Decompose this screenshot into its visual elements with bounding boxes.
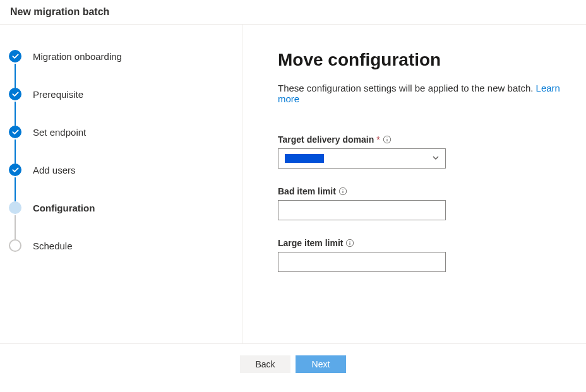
info-icon[interactable] xyxy=(345,239,354,247)
field-bad-item-limit: Bad item limit xyxy=(278,186,573,220)
step-list: Migration onboarding Prerequisite Set en… xyxy=(9,50,232,252)
bad-item-limit-input[interactable] xyxy=(278,200,446,220)
bad-item-limit-label: Bad item limit xyxy=(278,186,573,196)
current-step-icon xyxy=(9,201,21,214)
header: New migration batch xyxy=(0,0,586,25)
check-icon xyxy=(9,163,21,176)
step-label: Set endpoint xyxy=(33,127,86,138)
step-schedule[interactable]: Schedule xyxy=(9,239,232,252)
main-heading: Move configuration xyxy=(278,50,573,70)
step-migration-onboarding[interactable]: Migration onboarding xyxy=(9,50,232,88)
next-button[interactable]: Next xyxy=(296,355,346,373)
sidebar: Migration onboarding Prerequisite Set en… xyxy=(0,25,242,343)
back-button[interactable]: Back xyxy=(240,355,290,373)
check-icon xyxy=(9,88,21,100)
info-icon[interactable] xyxy=(383,135,392,144)
large-item-limit-label: Large item limit xyxy=(278,238,573,248)
description-text: These configuration settings will be app… xyxy=(278,83,536,93)
step-set-endpoint[interactable]: Set endpoint xyxy=(9,126,232,163)
svg-point-5 xyxy=(342,189,343,190)
footer: Back Next xyxy=(0,343,586,384)
required-indicator: * xyxy=(376,134,380,145)
large-item-limit-input[interactable] xyxy=(278,252,446,272)
svg-point-8 xyxy=(350,241,350,242)
field-large-item-limit: Large item limit xyxy=(278,238,573,272)
step-label: Prerequisite xyxy=(33,89,83,100)
description: These configuration settings will be app… xyxy=(278,83,573,104)
check-icon xyxy=(9,126,21,138)
field-target-domain: Target delivery domain * xyxy=(278,134,573,169)
target-domain-select[interactable] xyxy=(278,148,446,169)
upcoming-step-icon xyxy=(9,239,21,252)
step-label: Migration onboarding xyxy=(33,51,122,62)
step-configuration[interactable]: Configuration xyxy=(9,201,232,239)
target-domain-value xyxy=(285,154,324,163)
step-label: Schedule xyxy=(33,241,73,251)
step-label: Configuration xyxy=(33,203,95,213)
step-add-users[interactable]: Add users xyxy=(9,163,232,201)
step-prerequisite[interactable]: Prerequisite xyxy=(9,88,232,126)
step-label: Add users xyxy=(33,165,76,175)
check-icon xyxy=(9,50,21,62)
svg-point-2 xyxy=(386,138,387,138)
content: Migration onboarding Prerequisite Set en… xyxy=(0,25,586,343)
main-panel: Move configuration These configuration s… xyxy=(242,25,586,343)
info-icon[interactable] xyxy=(338,187,347,196)
page-title: New migration batch xyxy=(10,6,576,18)
target-domain-label: Target delivery domain * xyxy=(278,134,573,145)
